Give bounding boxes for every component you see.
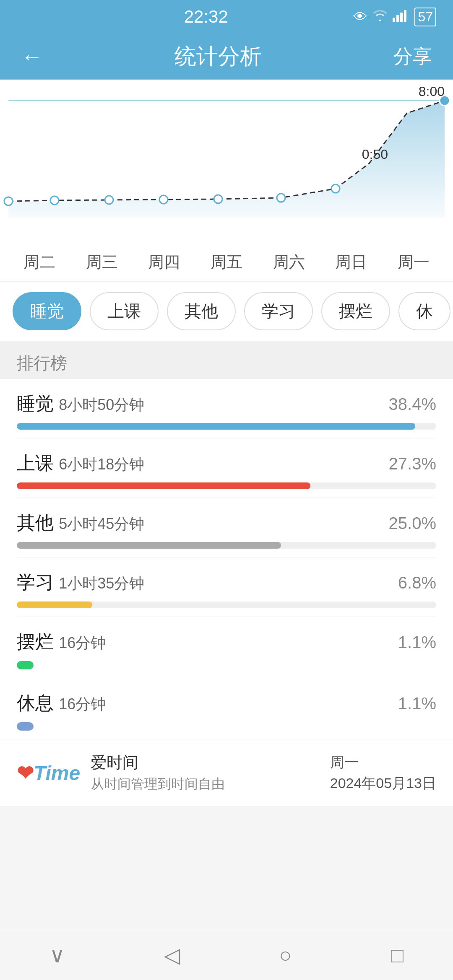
item-study-name: 学习 1小时35分钟 [17, 570, 144, 595]
item-other-bar-bg [17, 542, 436, 549]
item-sleep-duration: 8小时50分钟 [59, 396, 144, 413]
item-study-bar [17, 601, 92, 608]
ranking-title: 排行榜 [17, 352, 436, 375]
brand-info: 爱时间 从时间管理到时间自由 [91, 752, 320, 793]
cat-rest[interactable]: 休 [398, 292, 450, 330]
status-time: 22:32 [59, 7, 353, 27]
brand-logo: ❤Time [17, 761, 80, 785]
brand-date-block: 周一 2024年05月13日 [330, 753, 436, 793]
item-class-pct: 27.3% [389, 454, 436, 473]
item-study-bar-bg [17, 601, 436, 608]
item-class-bar [17, 482, 310, 489]
nav-bar: ∨ ◁ ○ □ [0, 930, 453, 980]
ranking-item-other: 其他 5小时45分钟 25.0% [17, 498, 436, 557]
ranking-list: 睡觉 8小时50分钟 38.4% 上课 6小时18分钟 27.3% 其他 5小时… [0, 379, 453, 739]
svg-rect-2 [400, 13, 403, 22]
footer-brand: ❤Time 爱时间 从时间管理到时间自由 周一 2024年05月13日 [0, 739, 453, 806]
cat-class[interactable]: 上课 [90, 292, 159, 330]
item-other-duration: 5小时45分钟 [59, 515, 144, 532]
nav-home-button[interactable]: ○ [271, 935, 300, 976]
item-other-bar [17, 542, 281, 549]
item-study-duration: 1小时35分钟 [59, 575, 144, 592]
cat-slack[interactable]: 摆烂 [321, 292, 390, 330]
item-sleep-bar [17, 423, 415, 430]
svg-rect-0 [393, 18, 395, 22]
wifi-icon [372, 9, 388, 25]
eye-icon: 👁 [353, 9, 367, 25]
svg-point-11 [331, 184, 340, 193]
ranking-item-slack: 摆烂 16分钟 1.1% [17, 617, 436, 678]
svg-point-10 [277, 194, 285, 202]
ranking-header: 排行榜 [0, 341, 453, 379]
brand-weekday: 周一 [330, 753, 436, 772]
item-rest-dot [17, 722, 34, 731]
day-sat: 周六 [273, 251, 305, 273]
item-slack-dot [17, 661, 34, 669]
back-button[interactable]: ← [21, 44, 43, 69]
share-button[interactable]: 分享 [393, 44, 432, 70]
svg-point-5 [4, 197, 13, 205]
brand-app-name: 爱时间 [91, 752, 320, 773]
brand-date: 2024年05月13日 [330, 774, 436, 793]
item-sleep-pct: 38.4% [389, 395, 436, 414]
signal-icon [393, 9, 409, 25]
chart-area: 8:00 0:50 [0, 80, 453, 247]
item-other-pct: 25.0% [389, 514, 436, 533]
svg-point-7 [105, 196, 113, 204]
day-sun: 周日 [335, 251, 367, 273]
item-study-pct: 6.8% [398, 573, 436, 592]
page-title: 统计分析 [174, 42, 262, 71]
svg-point-9 [214, 195, 222, 203]
day-thu: 周四 [148, 251, 180, 273]
category-filter: 睡觉 上课 其他 学习 摆烂 休 [0, 282, 453, 341]
cat-other[interactable]: 其他 [167, 292, 236, 330]
item-rest-pct: 1.1% [398, 694, 436, 713]
item-class-bar-bg [17, 482, 436, 489]
brand-logo-heart: ❤ [17, 762, 34, 784]
ranking-item-rest: 休息 16分钟 1.1% [17, 678, 436, 739]
item-rest-duration: 16分钟 [59, 695, 106, 713]
item-slack-duration: 16分钟 [59, 634, 106, 651]
cat-study[interactable]: 学习 [244, 292, 313, 330]
item-slack-name: 摆烂 16分钟 [17, 630, 106, 654]
day-mon: 周一 [398, 251, 430, 273]
brand-subtitle: 从时间管理到时间自由 [91, 775, 320, 793]
ranking-item-study: 学习 1小时35分钟 6.8% [17, 557, 436, 617]
nav-back-button[interactable]: ◁ [156, 935, 188, 976]
item-rest-name: 休息 16分钟 [17, 691, 106, 716]
header: ← 统计分析 分享 [0, 34, 453, 80]
status-icons: 👁 57 [353, 8, 436, 26]
nav-down-button[interactable]: ∨ [41, 935, 73, 976]
battery-icon: 57 [414, 8, 436, 26]
nav-recent-button[interactable]: □ [383, 935, 412, 976]
ranking-item-sleep: 睡觉 8小时50分钟 38.4% [17, 379, 436, 438]
item-class-duration: 6小时18分钟 [59, 456, 144, 473]
item-class-name: 上课 6小时18分钟 [17, 451, 144, 476]
svg-point-8 [159, 195, 168, 204]
chart-label-max: 8:00 [419, 84, 445, 99]
item-sleep-name: 睡觉 8小时50分钟 [17, 391, 144, 416]
cat-sleep[interactable]: 睡觉 [13, 292, 81, 330]
item-sleep-bar-bg [17, 423, 436, 430]
item-other-name: 其他 5小时45分钟 [17, 511, 144, 535]
day-tue: 周二 [23, 251, 55, 273]
day-wed: 周三 [86, 251, 118, 273]
item-slack-pct: 1.1% [398, 633, 436, 652]
day-labels: 周二 周三 周四 周五 周六 周日 周一 [0, 247, 453, 282]
chart-label-mid: 0:50 [362, 147, 388, 162]
status-bar: 22:32 👁 57 [0, 0, 453, 34]
svg-point-6 [50, 196, 59, 205]
ranking-item-class: 上课 6小时18分钟 27.3% [17, 438, 436, 498]
svg-rect-3 [404, 10, 406, 22]
day-fri: 周五 [211, 251, 242, 273]
svg-rect-1 [396, 15, 399, 22]
